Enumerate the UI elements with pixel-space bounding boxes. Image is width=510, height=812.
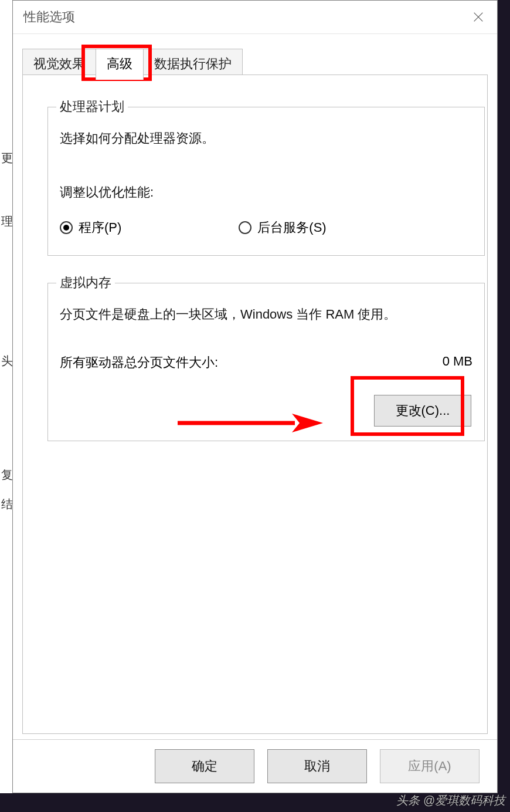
processor-desc: 选择如何分配处理器资源。 [60, 130, 215, 147]
vm-total-label: 所有驱动器总分页文件大小: [60, 354, 218, 371]
radio-dot-icon [239, 221, 251, 234]
cancel-button[interactable]: 取消 [267, 749, 367, 783]
radio-programs[interactable]: 程序(P) [60, 219, 121, 236]
apply-button: 应用(A) [380, 749, 480, 783]
vm-total-value: 0 MB [443, 354, 472, 371]
watermark-text: 头条 @爱琪数码科技 [396, 793, 505, 808]
group-processor-scheduling: 处理器计划 选择如何分配处理器资源。 调整以优化性能: 程序(P) 后台服务(S… [47, 107, 485, 256]
tab-advanced[interactable]: 高级 [96, 49, 144, 80]
background-left-strip: 更 理 头 复 结 [0, 0, 12, 793]
radio-dot-icon [60, 221, 73, 234]
change-button[interactable]: 更改(C)... [374, 395, 471, 427]
window-title: 性能选项 [23, 8, 75, 26]
ok-button[interactable]: 确定 [155, 749, 254, 783]
group-legend-vm: 虚拟内存 [56, 274, 115, 292]
close-icon[interactable] [469, 8, 488, 26]
group-legend-processor: 处理器计划 [56, 98, 128, 116]
radio-programs-label: 程序(P) [79, 219, 121, 236]
vm-desc: 分页文件是硬盘上的一块区域，Windows 当作 RAM 使用。 [60, 306, 472, 323]
radio-background-services[interactable]: 后台服务(S) [239, 219, 326, 236]
performance-options-dialog: 性能选项 视觉效果 高级 数据执行保护 处理器计划 选择如何分配处理器资源。 调… [12, 0, 498, 793]
radio-services-label: 后台服务(S) [257, 219, 326, 236]
group-virtual-memory: 虚拟内存 分页文件是硬盘上的一块区域，Windows 当作 RAM 使用。 所有… [47, 283, 485, 441]
dialog-button-bar: 确定 取消 应用(A) [13, 739, 497, 793]
tab-panel-advanced: 处理器计划 选择如何分配处理器资源。 调整以优化性能: 程序(P) 后台服务(S… [22, 75, 488, 734]
processor-adjust-label: 调整以优化性能: [60, 184, 154, 201]
titlebar: 性能选项 [13, 1, 497, 34]
